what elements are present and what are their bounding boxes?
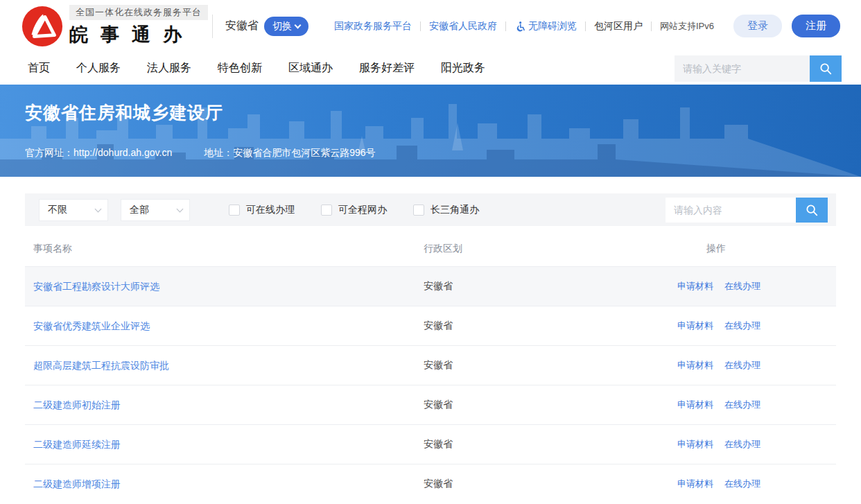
online-handle-link[interactable]: 在线办理 (724, 280, 760, 293)
table-row: 安徽省工程勘察设计大师评选 安徽省 申请材料 在线办理 (25, 266, 836, 306)
checkbox-icon (321, 205, 332, 216)
table-row: 超限高层建筑工程抗震设防审批 安徽省 申请材料 在线办理 (25, 345, 836, 385)
table-row: 安徽省优秀建筑业企业评选 安徽省 申请材料 在线办理 (25, 306, 836, 345)
nav-search-button[interactable] (810, 55, 842, 82)
table-row: 二级建造师增项注册 安徽省 申请材料 在线办理 (25, 464, 836, 503)
vertical-divider (212, 15, 213, 38)
item-link[interactable]: 超限高层建筑工程抗震设防审批 (33, 360, 169, 371)
wanshitongban-logo-icon (21, 5, 64, 48)
nav-item-innovation[interactable]: 特色创新 (218, 61, 262, 76)
banner-info: 官方网址：http://dohurd.ah.gov.cn 地址：安徽省合肥市包河… (25, 147, 861, 159)
item-region: 安徽省 (424, 280, 666, 293)
filter-bar: 不限 全部 可在线办理 可全程网办 长三角通办 (25, 193, 836, 226)
filter-dropdown-limit[interactable]: 不限 (39, 199, 108, 221)
page: 全国一体化在线政务服务平台 皖事通办 安徽省 切换 国家政务服务平台 安徽省人民… (0, 0, 861, 504)
checkbox-full-online-label: 可全程网办 (338, 204, 387, 216)
checkbox-icon (229, 205, 240, 216)
brand-title: 皖事通办 (69, 22, 208, 47)
item-link[interactable]: 安徽省优秀建筑业企业评选 (33, 320, 150, 331)
filter-search-input[interactable] (666, 198, 796, 223)
checkbox-icon (413, 205, 424, 216)
main-nav: 首页 个人服务 法人服务 特色创新 区域通办 服务好差评 阳光政务 (0, 52, 861, 85)
item-region: 安徽省 (424, 320, 666, 332)
chevron-down-icon (295, 21, 302, 28)
online-handle-link[interactable]: 在线办理 (724, 438, 760, 451)
nav-item-regional[interactable]: 区域通办 (288, 61, 333, 76)
search-icon (819, 62, 833, 76)
nav-search-input[interactable] (675, 55, 810, 82)
region-name: 安徽省 (225, 19, 259, 33)
apply-materials-link[interactable]: 申请材料 (677, 478, 713, 490)
column-header-item-name: 事项名称 (25, 243, 424, 255)
apply-materials-link[interactable]: 申请材料 (677, 399, 713, 411)
banner-content: 安徽省住房和城乡建设厅 官方网址：http://dohurd.ah.gov.cn… (0, 85, 861, 159)
department-address: 地址：安徽省合肥市包河区紫云路996号 (204, 147, 375, 159)
table-row: 二级建造师初始注册 安徽省 申请材料 在线办理 (25, 385, 836, 424)
checkbox-online-handling-label: 可在线办理 (246, 204, 295, 216)
item-region: 安徽省 (424, 399, 666, 411)
item-link[interactable]: 安徽省工程勘察设计大师评选 (33, 281, 159, 292)
top-links: 国家政务服务平台 安徽省人民政府 无障碍浏览 包河区用户 网站支持IPv6 (326, 20, 722, 33)
checkbox-full-online[interactable]: 可全程网办 (321, 204, 387, 216)
item-region: 安徽省 (424, 478, 666, 490)
column-header-action: 操作 (666, 243, 836, 255)
link-accessibility-label: 无障碍浏览 (528, 20, 577, 33)
link-ipv6[interactable]: 网站支持IPv6 (652, 20, 722, 33)
nav-item-rating[interactable]: 服务好差评 (359, 61, 415, 76)
brand: 全国一体化在线政务服务平台 皖事通办 (21, 5, 208, 48)
chevron-down-icon (95, 205, 102, 212)
checkbox-online-handling[interactable]: 可在线办理 (229, 204, 295, 216)
link-accessibility[interactable]: 无障碍浏览 (506, 20, 585, 33)
region-switch-label: 切换 (272, 20, 292, 33)
item-link[interactable]: 二级建造师增项注册 (33, 478, 121, 489)
checkbox-yangtze-delta-label: 长三角通办 (430, 204, 479, 216)
apply-materials-link[interactable]: 申请材料 (677, 438, 713, 451)
item-region: 安徽省 (424, 438, 666, 451)
online-handle-link[interactable]: 在线办理 (724, 399, 760, 411)
online-handle-link[interactable]: 在线办理 (724, 320, 760, 332)
checkbox-yangtze-delta[interactable]: 长三角通办 (413, 204, 479, 216)
official-website: 官方网址：http://dohurd.ah.gov.cn (25, 147, 172, 159)
apply-materials-link[interactable]: 申请材料 (677, 280, 713, 293)
nav-search (675, 55, 842, 82)
nav-item-personal[interactable]: 个人服务 (76, 61, 121, 76)
accessibility-icon (514, 21, 525, 32)
brand-tagline: 全国一体化在线政务服务平台 (69, 5, 208, 20)
filter-dropdown-all-value: 全部 (130, 204, 149, 216)
filter-search-button[interactable] (796, 198, 828, 223)
login-button[interactable]: 登录 (733, 15, 782, 37)
item-region: 安徽省 (424, 359, 666, 372)
chevron-down-icon (177, 205, 184, 212)
top-header: 全国一体化在线政务服务平台 皖事通办 安徽省 切换 国家政务服务平台 安徽省人民… (0, 0, 861, 52)
filter-dropdown-all[interactable]: 全部 (121, 199, 190, 221)
department-title: 安徽省住房和城乡建设厅 (25, 101, 861, 124)
table-header: 事项名称 行政区划 操作 (25, 232, 836, 266)
brand-text: 全国一体化在线政务服务平台 皖事通办 (69, 5, 208, 47)
nav-item-home[interactable]: 首页 (28, 61, 50, 76)
region-selector: 安徽省 切换 (225, 17, 308, 36)
region-switch-button[interactable]: 切换 (264, 17, 308, 36)
search-icon (805, 203, 819, 217)
item-link[interactable]: 二级建造师初始注册 (33, 399, 121, 410)
filter-search (666, 198, 828, 223)
online-handle-link[interactable]: 在线办理 (724, 478, 760, 490)
table-row: 二级建造师延续注册 安徽省 申请材料 在线办理 (25, 424, 836, 464)
filter-dropdown-limit-value: 不限 (48, 204, 67, 216)
nav-item-legal[interactable]: 法人服务 (147, 61, 191, 76)
apply-materials-link[interactable]: 申请材料 (677, 359, 713, 372)
register-button[interactable]: 注册 (792, 15, 840, 37)
department-banner: 安徽省住房和城乡建设厅 官方网址：http://dohurd.ah.gov.cn… (0, 85, 861, 177)
link-national-platform[interactable]: 国家政务服务平台 (326, 20, 420, 33)
link-baohe-user[interactable]: 包河区用户 (586, 20, 651, 33)
item-link[interactable]: 二级建造师延续注册 (33, 439, 121, 450)
nav-item-sunshine[interactable]: 阳光政务 (441, 61, 485, 76)
main-content: 不限 全部 可在线办理 可全程网办 长三角通办 (0, 177, 861, 503)
column-header-region: 行政区划 (424, 243, 666, 255)
online-handle-link[interactable]: 在线办理 (724, 359, 760, 372)
apply-materials-link[interactable]: 申请材料 (677, 320, 713, 332)
link-anhui-gov[interactable]: 安徽省人民政府 (421, 20, 505, 33)
